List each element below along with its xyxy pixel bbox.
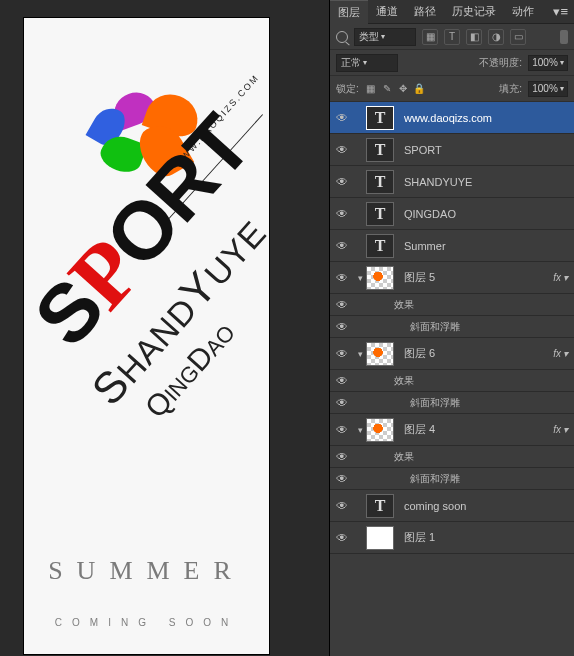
layer-thumbnail[interactable]: T [366,234,394,258]
fill-label: 填充: [499,82,522,96]
layer-thumbnail[interactable] [366,342,394,366]
fx-badge[interactable]: fx ▾ [553,272,574,283]
expand-arrow-icon[interactable]: ▾ [354,425,366,435]
layer-row[interactable]: 👁▸TSHANDYUYE [330,166,574,198]
effects-label: 效果 [394,450,414,464]
tab-actions[interactable]: 动作 [504,0,542,24]
chevron-down-icon: ▾ [563,272,568,283]
layer-row[interactable]: 👁▾图层 6fx ▾ [330,338,574,370]
layer-row[interactable]: 👁▸Tcoming soon [330,490,574,522]
visibility-eye-icon[interactable]: 👁 [330,499,354,513]
visibility-eye-icon[interactable]: 👁 [330,423,354,437]
visibility-eye-icon[interactable]: 👁 [330,320,354,334]
layer-name[interactable]: Summer [394,240,574,252]
text-summer: SUMMER [24,556,269,586]
visibility-eye-icon[interactable]: 👁 [330,531,354,545]
panel-tabs: 图层 通道 路径 历史记录 动作 ▾≡ [330,0,574,24]
layer-row[interactable]: 👁▾图层 4fx ▾ [330,414,574,446]
layer-thumbnail[interactable]: T [366,106,394,130]
filter-toggle[interactable] [560,30,568,44]
layer-name[interactable]: 图层 5 [394,270,553,285]
chevron-down-icon: ▾ [563,424,568,435]
filter-shape-icon[interactable]: ◑ [488,29,504,45]
visibility-eye-icon[interactable]: 👁 [330,396,354,410]
filter-pixel-icon[interactable]: ▦ [422,29,438,45]
visibility-eye-icon[interactable]: 👁 [330,175,354,189]
layer-name[interactable]: coming soon [394,500,574,512]
panel-menu-icon[interactable]: ▾≡ [547,4,574,19]
layer-name[interactable]: 图层 1 [394,530,574,545]
filter-text-icon[interactable]: ◧ [466,29,482,45]
expand-arrow-icon[interactable]: ▾ [354,273,366,283]
visibility-eye-icon[interactable]: 👁 [330,143,354,157]
layer-name[interactable]: SPORT [394,144,574,156]
layer-thumbnail[interactable]: T [366,494,394,518]
visibility-eye-icon[interactable]: 👁 [330,207,354,221]
layer-thumbnail[interactable]: T [366,138,394,162]
lock-pixels-icon[interactable]: ✎ [381,83,393,95]
lock-position-icon[interactable]: ✥ [397,83,409,95]
fill-input[interactable]: 100%▾ [528,81,568,97]
layer-name[interactable]: www.daoqizs.com [394,112,574,124]
layer-name[interactable]: 图层 4 [394,422,553,437]
visibility-eye-icon[interactable]: 👁 [330,450,354,464]
chevron-down-icon: ▾ [560,84,564,93]
fx-badge[interactable]: fx ▾ [553,424,574,435]
layer-thumbnail[interactable] [366,526,394,550]
layer-row[interactable]: 👁▸TQINGDAO [330,198,574,230]
chevron-down-icon: ▾ [363,58,367,67]
search-icon[interactable] [336,31,348,43]
visibility-eye-icon[interactable]: 👁 [330,111,354,125]
visibility-eye-icon[interactable]: 👁 [330,298,354,312]
bevel-emboss-label: 斜面和浮雕 [410,472,460,486]
layer-row[interactable]: 👁▾图层 5fx ▾ [330,262,574,294]
blend-mode-select[interactable]: 正常▾ [336,54,398,72]
layer-thumbnail[interactable] [366,266,394,290]
filter-type-select[interactable]: 类型▾ [354,28,416,46]
lock-transparency-icon[interactable]: ▦ [365,83,377,95]
layer-name[interactable]: 图层 6 [394,346,553,361]
lock-all-icon[interactable]: 🔒 [413,83,425,95]
layer-effects-row[interactable]: 👁效果 [330,446,574,468]
visibility-eye-icon[interactable]: 👁 [330,374,354,388]
layer-thumbnail[interactable]: T [366,170,394,194]
visibility-eye-icon[interactable]: 👁 [330,347,354,361]
layer-row[interactable]: 👁▸Twww.daoqizs.com [330,102,574,134]
bevel-emboss-label: 斜面和浮雕 [410,396,460,410]
layer-effects-row[interactable]: 👁效果 [330,370,574,392]
opacity-input[interactable]: 100%▾ [528,55,568,71]
expand-arrow-icon[interactable]: ▾ [354,349,366,359]
effects-label: 效果 [394,298,414,312]
layer-effects-row[interactable]: 👁效果 [330,294,574,316]
filter-smart-icon[interactable]: ▭ [510,29,526,45]
text-coming-soon: COMING SOON [24,617,269,628]
layer-effect-item[interactable]: 👁斜面和浮雕 [330,468,574,490]
layers-list: 👁▸Twww.daoqizs.com👁▸TSPORT👁▸TSHANDYUYE👁▸… [330,102,574,656]
chevron-down-icon: ▾ [560,58,564,67]
chevron-down-icon: ▾ [563,348,568,359]
layer-name[interactable]: SHANDYUYE [394,176,574,188]
tab-history[interactable]: 历史记录 [444,0,504,24]
layer-row[interactable]: 👁▸TSPORT [330,134,574,166]
blend-row: 正常▾ 不透明度: 100%▾ [330,50,574,76]
effects-label: 效果 [394,374,414,388]
layer-row[interactable]: 👁▸图层 1 [330,522,574,554]
visibility-eye-icon[interactable]: 👁 [330,271,354,285]
layer-name[interactable]: QINGDAO [394,208,574,220]
layer-effect-item[interactable]: 👁斜面和浮雕 [330,392,574,414]
visibility-eye-icon[interactable]: 👁 [330,472,354,486]
opacity-label: 不透明度: [479,56,522,70]
lock-row: 锁定: ▦ ✎ ✥ 🔒 填充: 100%▾ [330,76,574,102]
lock-icons: ▦ ✎ ✥ 🔒 [365,83,425,95]
layer-row[interactable]: 👁▸TSummer [330,230,574,262]
visibility-eye-icon[interactable]: 👁 [330,239,354,253]
tab-layers[interactable]: 图层 [330,0,368,24]
tab-paths[interactable]: 路径 [406,0,444,24]
document-canvas[interactable]: WWW.DAOQIZS.COM SPORT SHANDYUYE QINGDAO … [24,18,269,654]
layer-thumbnail[interactable] [366,418,394,442]
tab-channels[interactable]: 通道 [368,0,406,24]
layer-effect-item[interactable]: 👁斜面和浮雕 [330,316,574,338]
layer-thumbnail[interactable]: T [366,202,394,226]
filter-adjust-icon[interactable]: T [444,29,460,45]
fx-badge[interactable]: fx ▾ [553,348,574,359]
